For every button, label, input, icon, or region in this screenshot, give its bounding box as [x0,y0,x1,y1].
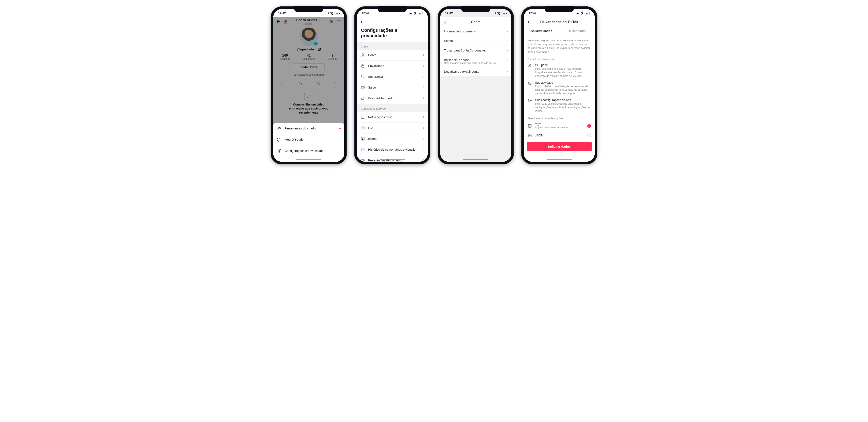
phone-1-profile: 12:42 89 Pedro Nunes ⌄ ele/ele [271,6,347,164]
sheet-item-settings[interactable]: Configurações e privacidade [273,145,344,156]
settings-item-share[interactable]: Compartilhar perfil [356,93,428,104]
user-icon [361,53,365,57]
format-txt[interactable]: TXTArquivo de texto de fácil leitura [524,121,595,131]
settings-item-content-pref[interactable]: Preferências de conteúdo [356,155,428,162]
clock-icon [361,147,365,152]
battery-icon: 89 [334,12,339,14]
clock-icon [527,81,532,86]
tab-download-data[interactable]: Baixar dados [559,27,595,35]
nav-header [356,18,428,27]
segmented-tabs: Solicitar dados Baixar dados [524,27,595,35]
home-indicator [547,160,572,160]
settings-item-security[interactable]: Segurança [356,71,428,82]
notch [461,6,490,12]
account-item-password[interactable]: Senha [440,36,512,46]
wifi-icon [330,12,333,14]
settings-item-balance[interactable]: Saldo [356,82,428,93]
phone-2-settings: 12:42 89 Configurações e privacidade Con… [354,6,430,164]
notch [545,6,574,12]
chevron-left-icon [361,21,364,24]
status-time: 12:42 [529,11,536,15]
include-profile: Seu perfilInclui seu nome de usuário, fo… [524,62,595,79]
action-sheet: Ferramentas do criador Meu QR code Confi… [273,123,344,162]
home-indicator [296,160,321,160]
format-json[interactable]: JSON [524,131,595,140]
user-star-icon [277,126,282,131]
settings-item-privacy[interactable]: Privacidade [356,61,428,71]
chevron-right-icon [422,54,425,56]
phone-4-download-data: 12:42 89 Baixar dados do TikTok Solicita… [521,6,597,164]
back-button[interactable] [358,19,366,26]
qr-icon [277,137,282,142]
include-activity: Sua atividadeInclui o histórico de vídeo… [524,79,595,97]
badge-dot [339,128,341,129]
bell-icon [361,115,365,120]
account-item-download-sub: Obtenha uma cópia dos seus dados do TikT… [440,62,512,67]
tab-request-data[interactable]: Solicitar dados [524,27,559,35]
language-icon [361,136,365,141]
download-icon [527,124,532,128]
notch [378,6,407,12]
status-time: 12:42 [278,11,286,15]
nav-header: Baixar dados do TikTok [524,18,595,27]
gear-icon [527,98,532,103]
request-data-button[interactable]: Solicitar dados [527,142,592,151]
home-indicator [379,160,405,160]
live-icon [361,126,365,130]
account-item-switch[interactable]: Trocar para Conta Corporativa [440,46,512,55]
lock-icon [361,64,365,68]
group-heading-account: Conta [356,42,428,50]
page-title: Configurações e privacidade [356,27,428,42]
settings-item-push[interactable]: Notificações push [356,112,428,123]
account-item-user-info[interactable]: Informações do usuário [440,27,512,36]
include-settings: Suas configurações do appInclui suas con… [524,97,595,114]
user-icon [527,63,532,68]
page-title: Baixar dados do TikTok [524,20,595,24]
radio-on-icon [587,124,591,128]
settings-item-language[interactable]: Idioma [356,133,428,144]
download-icon [527,133,532,138]
home-indicator [463,160,489,160]
phone-3-account: 12:42 89 Conta Informações do usuário Se… [438,6,514,164]
wallet-icon [361,85,365,90]
intro-text: Pode levar alguns dias para processar a … [524,35,595,55]
nav-header: Conta [440,18,512,27]
section-heading-format: Selecionar formato de arquivo [524,114,595,121]
sheet-item-qr[interactable]: Meu QR code [273,134,344,145]
settings-item-history[interactable]: Histórico de comentários e visualiza... [356,144,428,155]
sheet-item-creator-tools[interactable]: Ferramentas do criador [273,123,344,134]
cellular-icon [326,12,329,14]
video-icon [361,158,365,162]
account-item-deactivate[interactable]: Desativar ou excluir conta [440,67,512,76]
section-heading-includes: Os dados podem incluir [524,55,595,62]
settings-item-live[interactable]: LIVE [356,123,428,133]
status-time: 12:42 [362,11,369,15]
shield-icon [361,74,365,79]
share-icon [361,96,365,101]
status-time: 12:42 [445,11,453,15]
settings-item-account[interactable]: Conta [356,50,428,61]
page-title: Conta [440,20,512,24]
group-heading-content: Conteúdo & Exibição [356,104,428,112]
gear-icon [277,149,282,153]
radio-off-icon [587,133,591,137]
notch [294,6,323,12]
